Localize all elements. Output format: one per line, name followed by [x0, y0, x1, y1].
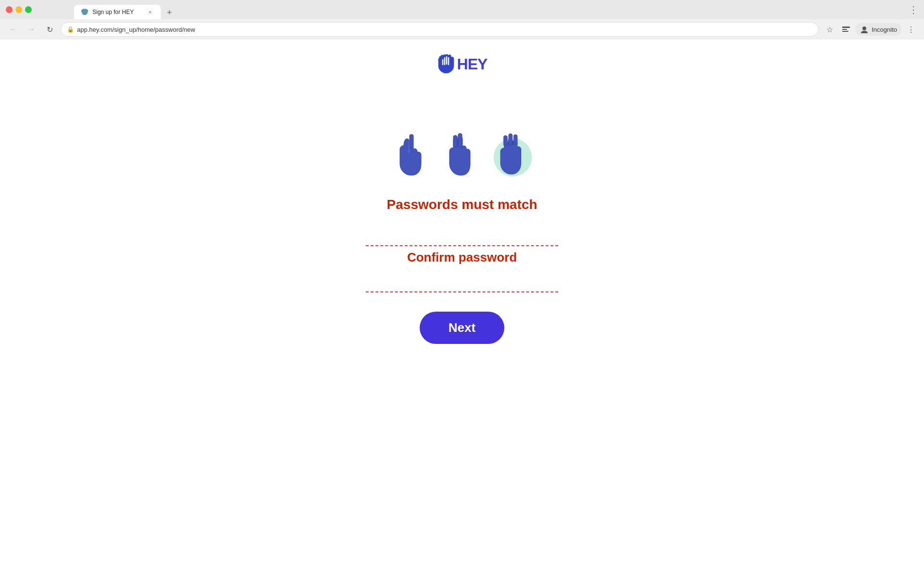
browser-titlebar: Sign up for HEY × + ⋮ [0, 0, 924, 19]
refresh-button[interactable]: ↻ [42, 22, 57, 37]
window-menu-icon[interactable]: ⋮ [909, 4, 918, 15]
password-input[interactable] [366, 224, 558, 246]
svg-point-3 [862, 26, 866, 30]
menu-button[interactable]: ⋮ [904, 22, 918, 37]
password-field-container [366, 224, 558, 246]
tab-favicon-icon [81, 8, 89, 16]
maximize-window-button[interactable] [25, 6, 32, 13]
browser-toolbar: ← → ↻ 🔒 app.hey.com/sign_up/home/passwor… [0, 19, 924, 39]
svg-rect-2 [842, 31, 848, 32]
tab-bar: Sign up for HEY × + [36, 0, 176, 19]
form-area: Confirm password Next [366, 224, 558, 344]
hand-illustrations [391, 132, 533, 178]
url-display: app.hey.com/sign_up/home/password/new [77, 26, 812, 33]
error-message: Passwords must match [387, 197, 538, 212]
svg-rect-1 [842, 29, 847, 30]
hand-three-illustration [492, 132, 533, 178]
page-content: HEY [0, 39, 924, 578]
browser-chrome: Sign up for HEY × + ⋮ ← → ↻ 🔒 app.hey.co… [0, 0, 924, 39]
hand-two-illustration [442, 132, 483, 178]
hand-one-illustration [391, 132, 432, 178]
incognito-indicator[interactable]: Incognito [855, 23, 902, 36]
toolbar-actions: ☆ Incognito ⋮ [822, 22, 918, 37]
next-button[interactable]: Next [420, 312, 504, 344]
lock-icon: 🔒 [67, 26, 74, 33]
forward-button[interactable]: → [24, 22, 38, 37]
close-window-button[interactable] [6, 6, 13, 13]
confirm-password-label: Confirm password [407, 250, 517, 265]
hey-logo-text: HEY [457, 55, 488, 73]
incognito-label: Incognito [872, 26, 897, 33]
sidebar-button[interactable] [839, 22, 853, 37]
tab-title: Sign up for HEY [92, 9, 142, 15]
back-button[interactable]: ← [6, 22, 20, 37]
bookmark-button[interactable]: ☆ [822, 22, 837, 37]
confirm-field-container [366, 273, 558, 292]
minimize-window-button[interactable] [15, 6, 22, 13]
hey-logo: HEY [437, 54, 488, 74]
active-tab[interactable]: Sign up for HEY × [74, 5, 161, 19]
svg-rect-0 [842, 26, 850, 28]
confirm-password-input[interactable] [366, 273, 558, 292]
address-bar[interactable]: 🔒 app.hey.com/sign_up/home/password/new [61, 22, 819, 37]
traffic-lights [6, 6, 32, 13]
hey-logo-hand-icon [437, 54, 455, 74]
new-tab-button[interactable]: + [163, 6, 176, 19]
tab-close-button[interactable]: × [146, 8, 154, 16]
